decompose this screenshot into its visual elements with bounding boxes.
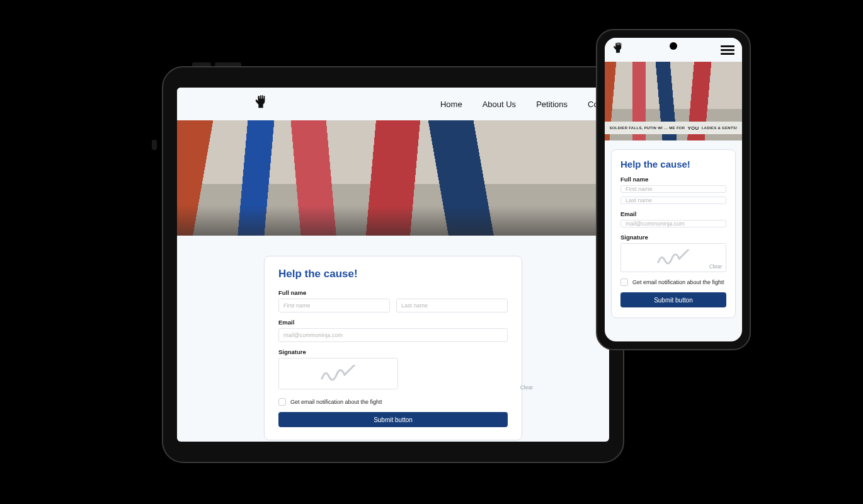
submit-button[interactable]: Submit button (278, 412, 508, 427)
last-name-input[interactable] (396, 299, 508, 312)
tablet-device: Home About Us Petitions Contact Help the… (154, 66, 632, 464)
submit-button[interactable]: Submit button (620, 292, 726, 307)
notify-checkbox-label: Get email notification about the fight! (632, 279, 724, 285)
mobile-header (605, 38, 742, 62)
phone-camera (670, 42, 677, 50)
full-name-label: Full name (620, 176, 726, 183)
nav-links: Home About Us Petitions Contact (440, 100, 602, 109)
fist-logo-icon (254, 95, 268, 113)
signature-label: Signature (620, 234, 726, 241)
form-title: Help the cause! (278, 268, 508, 280)
petition-form: Help the cause! Full name Email Signatur… (611, 149, 736, 318)
protest-banner-text: Soldier falls, Putin wi … me for YOU Lad… (605, 122, 742, 134)
signature-squiggle-icon (319, 365, 357, 382)
phone-body: Soldier falls, Putin wi … me for YOU Lad… (596, 29, 751, 350)
nav-about-us[interactable]: About Us (483, 100, 516, 109)
signature-clear-button[interactable]: Clear (709, 263, 722, 270)
tablet-side-button (152, 140, 157, 150)
last-name-input[interactable] (620, 197, 726, 204)
signature-pad[interactable] (278, 358, 398, 389)
email-input[interactable] (620, 220, 726, 227)
form-title: Help the cause! (620, 159, 726, 169)
email-label: Email (278, 319, 508, 326)
full-name-label: Full name (278, 289, 508, 296)
hamburger-menu-icon[interactable] (721, 45, 734, 55)
signature-squiggle-icon (656, 249, 691, 266)
phone-screen: Soldier falls, Putin wi … me for YOU Lad… (605, 38, 742, 341)
tablet-body: Home About Us Petitions Contact Help the… (162, 66, 624, 463)
email-input[interactable] (278, 328, 508, 342)
signature-clear-button[interactable]: Clear (520, 384, 533, 391)
signature-pad[interactable]: Clear (620, 243, 726, 272)
nav-home[interactable]: Home (440, 100, 462, 109)
fist-logo-icon (612, 42, 624, 57)
tablet-screen: Home About Us Petitions Contact Help the… (177, 88, 609, 442)
petition-form: Help the cause! Full name Email Signatur… (264, 256, 522, 440)
hero-image: Soldier falls, Putin wi … me for YOU Lad… (605, 62, 742, 140)
nav-petitions[interactable]: Petitions (536, 100, 568, 109)
notify-checkbox[interactable] (278, 398, 286, 406)
first-name-input[interactable] (278, 299, 390, 312)
notify-checkbox[interactable] (620, 278, 628, 286)
notify-checkbox-label: Get email notification about the fight! (290, 399, 382, 405)
phone-device: Soldier falls, Putin wi … me for YOU Lad… (596, 29, 751, 350)
first-name-input[interactable] (620, 185, 726, 193)
hero-image (177, 120, 609, 236)
signature-label: Signature (278, 348, 508, 355)
email-label: Email (620, 210, 726, 217)
header-nav: Home About Us Petitions Contact (177, 88, 609, 120)
